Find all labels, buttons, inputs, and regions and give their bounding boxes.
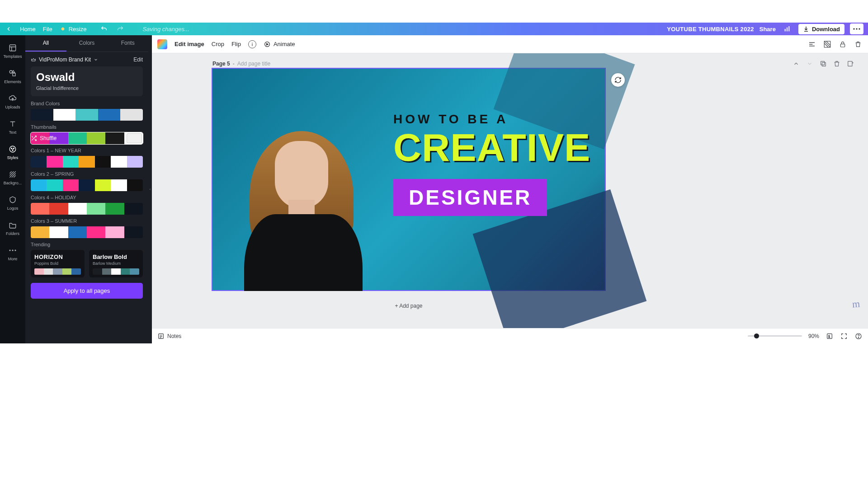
color-swatch[interactable] bbox=[87, 132, 105, 144]
color-swatch[interactable] bbox=[49, 226, 68, 238]
color-swatch[interactable] bbox=[102, 268, 112, 275]
color-swatch[interactable] bbox=[53, 268, 62, 275]
font-set-card[interactable]: Oswald Glacial Indifference bbox=[31, 66, 143, 96]
color-swatch[interactable] bbox=[124, 203, 143, 215]
color-swatch[interactable] bbox=[79, 156, 94, 168]
color-swatch[interactable] bbox=[31, 179, 47, 191]
file-menu[interactable]: File bbox=[43, 26, 52, 33]
palette-summer[interactable] bbox=[31, 226, 143, 238]
color-swatch[interactable] bbox=[79, 179, 94, 191]
palette-thumbnails[interactable]: Shuffle bbox=[31, 132, 143, 144]
zoom-thumb[interactable] bbox=[754, 333, 759, 338]
rail-background[interactable]: Backgro... bbox=[0, 165, 25, 190]
rail-text[interactable]: Text bbox=[0, 115, 25, 139]
insights-icon[interactable] bbox=[781, 23, 793, 34]
brand-kit-dropdown[interactable]: VidProMom Brand Kit bbox=[31, 56, 98, 63]
resize-button[interactable]: Resize bbox=[60, 26, 87, 33]
flip-button[interactable]: Flip bbox=[231, 41, 241, 47]
palette-spring[interactable] bbox=[31, 179, 143, 191]
color-swatch[interactable] bbox=[31, 156, 47, 168]
notes-button[interactable]: Notes bbox=[157, 333, 181, 340]
add-page-icon[interactable] bbox=[846, 60, 854, 68]
design-canvas[interactable]: HOW TO BE A CREATIVE DESIGNER bbox=[212, 69, 605, 290]
lock-icon[interactable] bbox=[838, 40, 847, 49]
color-swatch[interactable] bbox=[63, 156, 79, 168]
rail-folders[interactable]: Folders bbox=[0, 216, 25, 240]
color-swatch[interactable] bbox=[98, 109, 121, 121]
download-button[interactable]: Download bbox=[798, 24, 844, 34]
color-swatch[interactable] bbox=[68, 226, 87, 238]
share-button[interactable]: Share bbox=[760, 26, 776, 33]
color-swatch[interactable] bbox=[68, 132, 87, 144]
color-swatch[interactable] bbox=[47, 179, 62, 191]
color-swatch[interactable] bbox=[95, 179, 111, 191]
color-swatch[interactable] bbox=[47, 156, 62, 168]
color-swatch[interactable] bbox=[53, 109, 76, 121]
color-swatch[interactable] bbox=[49, 203, 68, 215]
delete-page-icon[interactable] bbox=[833, 60, 841, 68]
color-swatch[interactable] bbox=[127, 156, 143, 168]
edit-image-button[interactable]: Edit image bbox=[175, 41, 204, 47]
color-swatch[interactable] bbox=[105, 203, 124, 215]
document-title[interactable]: YOUTUBE THUMBNAILS 2022 bbox=[667, 26, 754, 33]
color-swatch[interactable] bbox=[63, 179, 79, 191]
palette-newyear[interactable] bbox=[31, 156, 143, 168]
delete-icon[interactable] bbox=[854, 40, 863, 49]
rail-logos[interactable]: Logos bbox=[0, 191, 25, 215]
back-icon[interactable] bbox=[5, 25, 13, 33]
help-icon[interactable] bbox=[854, 332, 863, 340]
tab-colors[interactable]: Colors bbox=[66, 35, 108, 52]
rail-more[interactable]: More bbox=[0, 241, 25, 266]
position-icon[interactable] bbox=[807, 40, 816, 49]
color-swatch[interactable] bbox=[44, 268, 53, 275]
tab-all[interactable]: All bbox=[25, 35, 66, 52]
image-color-chip[interactable] bbox=[157, 39, 167, 49]
color-swatch[interactable] bbox=[31, 109, 53, 121]
trending-card-barlow[interactable]: Barlow Bold Barlow Medium bbox=[89, 250, 143, 277]
palette-holiday[interactable] bbox=[31, 203, 143, 215]
rail-uploads[interactable]: Uploads bbox=[0, 89, 25, 114]
color-swatch[interactable] bbox=[34, 268, 44, 275]
color-swatch[interactable] bbox=[71, 268, 81, 275]
canvas-stage[interactable]: Page 5 - Add page title bbox=[152, 53, 868, 328]
color-swatch[interactable] bbox=[124, 132, 143, 144]
rail-templates[interactable]: Templates bbox=[0, 39, 25, 63]
animate-button[interactable]: Animate bbox=[264, 41, 295, 48]
color-swatch[interactable] bbox=[111, 179, 127, 191]
designer-box[interactable]: DESIGNER bbox=[393, 179, 547, 216]
palette-brand[interactable] bbox=[31, 109, 143, 121]
color-swatch[interactable] bbox=[87, 226, 105, 238]
info-icon[interactable]: i bbox=[248, 40, 256, 48]
headline-line1[interactable]: HOW TO BE A bbox=[393, 112, 587, 127]
page-title-input[interactable]: Add page title bbox=[237, 61, 270, 67]
zoom-value[interactable]: 90% bbox=[808, 333, 819, 339]
edit-brand-kit[interactable]: Edit bbox=[133, 56, 143, 63]
color-swatch[interactable] bbox=[121, 268, 130, 275]
more-button[interactable] bbox=[850, 23, 863, 34]
color-swatch[interactable] bbox=[105, 132, 124, 144]
crop-button[interactable]: Crop bbox=[212, 41, 224, 47]
add-page-button[interactable]: + Add page bbox=[212, 299, 605, 313]
color-swatch[interactable] bbox=[111, 268, 121, 275]
color-swatch[interactable] bbox=[93, 268, 102, 275]
zoom-slider[interactable] bbox=[748, 335, 802, 337]
color-swatch[interactable] bbox=[95, 156, 111, 168]
rail-elements[interactable]: Elements bbox=[0, 64, 25, 89]
transparency-icon[interactable] bbox=[823, 40, 832, 49]
person-image[interactable] bbox=[231, 109, 380, 290]
fullscreen-icon[interactable] bbox=[840, 332, 848, 340]
color-swatch[interactable] bbox=[127, 179, 143, 191]
page-collapse-up-icon[interactable] bbox=[792, 60, 800, 68]
color-swatch[interactable] bbox=[130, 268, 139, 275]
color-swatch[interactable] bbox=[31, 203, 49, 215]
color-swatch[interactable] bbox=[31, 132, 49, 144]
color-swatch[interactable] bbox=[31, 226, 49, 238]
duplicate-page-icon[interactable] bbox=[819, 60, 827, 68]
page-collapse-down-icon[interactable] bbox=[806, 60, 814, 68]
color-swatch[interactable] bbox=[49, 132, 68, 144]
undo-button[interactable] bbox=[98, 23, 110, 34]
rail-styles[interactable]: Styles bbox=[0, 140, 25, 164]
grid-view-icon[interactable]: 1 bbox=[826, 332, 834, 340]
home-button[interactable]: Home bbox=[20, 26, 36, 33]
color-swatch[interactable] bbox=[75, 109, 98, 121]
